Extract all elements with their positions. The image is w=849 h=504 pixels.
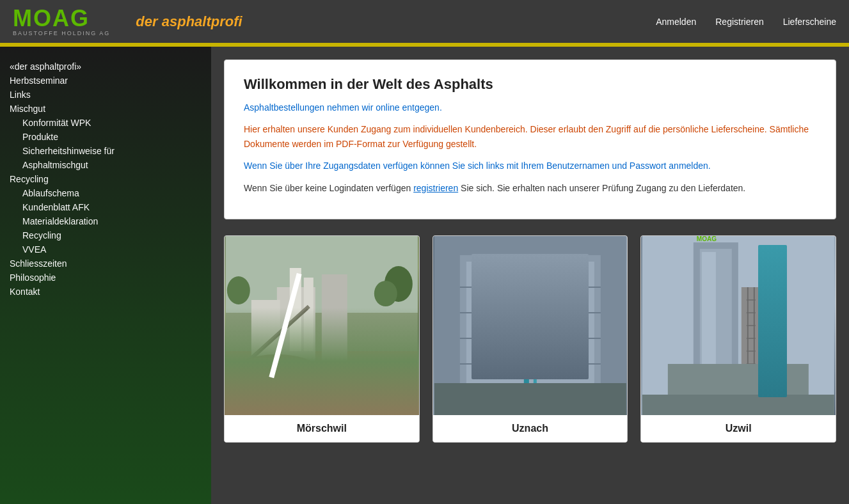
- sidebar-item-produkte[interactable]: Produkte: [22, 130, 202, 144]
- card-morschwil[interactable]: Mörschwil: [224, 235, 420, 443]
- sidebar-item-kontakt[interactable]: Kontakt: [10, 285, 202, 299]
- svg-rect-18: [473, 268, 524, 370]
- sidebar-item-philosophie[interactable]: Philosophie: [10, 271, 202, 285]
- card-uzwil-image: MOAG: [641, 236, 836, 415]
- sidebar-item-materialdeklaration[interactable]: Materialdeklaration: [22, 214, 202, 228]
- svg-rect-25: [534, 255, 537, 383]
- svg-rect-32: [761, 262, 780, 396]
- sidebar-item-sicherheitshinweise[interactable]: Sicherheitshinweise für: [22, 144, 202, 158]
- tagline-der: der: [136, 13, 157, 29]
- sidebar-sub-mischgut: Konformität WPK Produkte Sicherheitshinw…: [10, 116, 202, 172]
- content-area: Willkommen in der Welt des Asphalts Asph…: [211, 47, 849, 504]
- sidebar-item-vvea[interactable]: VVEA: [22, 242, 202, 256]
- welcome-line3: Wenn Sie über Ihre Zugangsdaten verfügen…: [244, 159, 816, 173]
- nav-registrieren[interactable]: Registrieren: [715, 17, 763, 27]
- card-uzwil-label: Uzwil: [641, 415, 836, 442]
- svg-rect-17: [466, 262, 594, 383]
- sidebar-item-recycling-sub[interactable]: Recycling: [22, 228, 202, 242]
- welcome-line4-pre: Wenn Sie über keine Logindaten verfügen: [244, 183, 413, 193]
- svg-rect-31: [718, 252, 729, 380]
- svg-text:MOAG: MOAG: [697, 236, 717, 242]
- svg-point-14: [235, 358, 293, 383]
- sidebar-item-asphaltmischgut[interactable]: Asphaltmischgut: [22, 158, 202, 172]
- card-uznach-label: Uznach: [433, 415, 628, 442]
- logo-area: MOAG BAUSTOFFE HOLDING AG: [13, 7, 110, 36]
- card-morschwil-image: [225, 236, 419, 415]
- sidebar-item-konformitat[interactable]: Konformität WPK: [22, 116, 202, 130]
- logo-moag: MOAG: [13, 7, 90, 30]
- main-layout: «der asphaltprofi» Herbstseminar Links M…: [0, 47, 849, 504]
- sidebar-item-kundenblatt[interactable]: Kundenblatt AFK: [22, 200, 202, 214]
- welcome-line4-post: Sie sich. Sie erhalten nach unserer Prüf…: [458, 183, 745, 193]
- svg-rect-7: [304, 278, 313, 351]
- svg-point-12: [374, 281, 397, 306]
- welcome-line1-text: Asphaltbestellungen nehmen wir online en…: [244, 102, 442, 113]
- nav-anmelden[interactable]: Anmelden: [656, 17, 696, 27]
- svg-rect-19: [534, 268, 585, 370]
- welcome-box: Willkommen in der Welt des Asphalts Asph…: [224, 59, 836, 219]
- svg-rect-45: [668, 364, 809, 396]
- svg-rect-26: [434, 383, 626, 415]
- logo-subtitle: BAUSTOFFE HOLDING AG: [13, 30, 110, 36]
- svg-rect-5: [251, 300, 280, 364]
- welcome-line4: Wenn Sie über keine Logindaten verfügen …: [244, 181, 816, 195]
- welcome-line1: Asphaltbestellungen nehmen wir online en…: [244, 100, 816, 114]
- sidebar-item-asphaltprofi[interactable]: «der asphaltprofi»: [10, 59, 202, 74]
- card-uznach-image: [433, 236, 628, 415]
- welcome-line2: Hier erhalten unsere Kunden Zugang zum i…: [244, 122, 816, 151]
- svg-rect-30: [702, 252, 716, 380]
- card-morschwil-label: Mörschwil: [225, 415, 419, 442]
- welcome-title: Willkommen in der Welt des Asphalts: [244, 76, 816, 93]
- svg-rect-24: [524, 255, 529, 383]
- svg-line-8: [245, 306, 309, 364]
- main-nav: Anmelden Registrieren Lieferscheine: [656, 17, 836, 27]
- card-uznach[interactable]: Uznach: [432, 235, 628, 443]
- svg-rect-46: [642, 395, 834, 415]
- sidebar-sub-recycling: Ablaufschema Kundenblatt AFK Materialdek…: [10, 186, 202, 256]
- image-cards: Mörschwil: [224, 235, 836, 443]
- svg-rect-16: [460, 255, 601, 383]
- sidebar-item-links[interactable]: Links: [10, 88, 202, 102]
- sidebar-item-ablaufschema[interactable]: Ablaufschema: [22, 186, 202, 200]
- svg-rect-4: [322, 274, 347, 364]
- tagline-main: asphaltprofi: [162, 13, 242, 29]
- svg-rect-2: [226, 351, 418, 415]
- sidebar-item-schliesszeiten[interactable]: Schliesszeiten: [10, 256, 202, 271]
- svg-rect-6: [290, 268, 301, 351]
- nav-lieferscheine[interactable]: Lieferscheine: [783, 17, 836, 27]
- svg-rect-33: [763, 260, 778, 396]
- tagline: der asphaltprofi: [136, 13, 242, 30]
- header: MOAG BAUSTOFFE HOLDING AG der asphaltpro…: [0, 0, 849, 45]
- welcome-registrieren-link[interactable]: registrieren: [413, 183, 458, 193]
- card-uzwil[interactable]: MOAG Uzwil: [640, 235, 836, 443]
- svg-point-13: [232, 354, 322, 393]
- sidebar-item-herbstseminar[interactable]: Herbstseminar: [10, 74, 202, 88]
- sidebar-item-recycling-top[interactable]: Recycling: [10, 172, 202, 186]
- sidebar-item-mischgut[interactable]: Mischgut: [10, 102, 202, 116]
- svg-point-10: [227, 276, 250, 304]
- svg-line-9: [244, 309, 308, 366]
- sidebar: «der asphaltprofi» Herbstseminar Links M…: [0, 47, 211, 504]
